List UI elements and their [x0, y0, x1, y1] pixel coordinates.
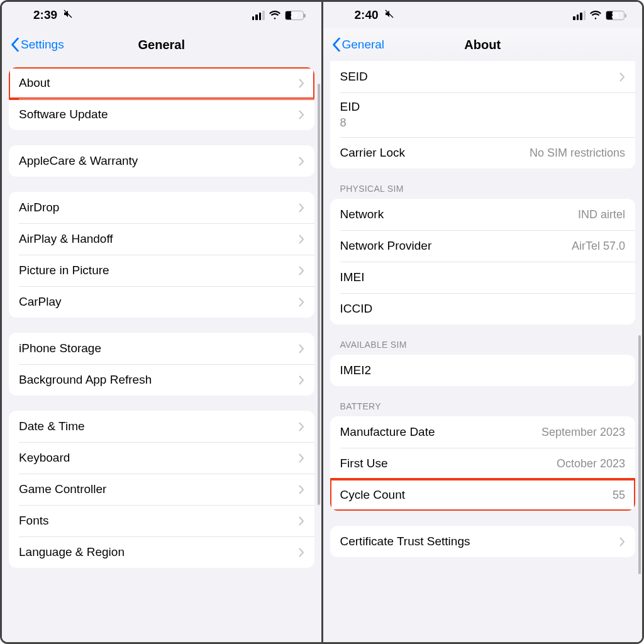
- chevron-right-icon: [299, 548, 304, 557]
- row-label: Date & Time: [19, 419, 85, 433]
- row-imei2[interactable]: IMEI2: [330, 355, 636, 386]
- row-iccid[interactable]: ICCID: [330, 293, 636, 325]
- chevron-right-icon: [299, 235, 304, 244]
- row-label: First Use: [340, 457, 388, 470]
- row-airplay-handoff[interactable]: AirPlay & Handoff: [9, 223, 314, 255]
- row-value: 8: [340, 116, 626, 130]
- row-network-provider[interactable]: Network ProviderAirTel 57.0: [330, 230, 636, 262]
- battery-icon: 28: [606, 11, 625, 20]
- section-header-physical-sim: PHYSICAL SIM: [330, 169, 636, 197]
- row-label: About: [19, 76, 50, 90]
- row-cycle-count[interactable]: Cycle Count55: [330, 479, 636, 511]
- scrollbar[interactable]: [318, 84, 320, 505]
- row-label: Cycle Count: [340, 488, 406, 502]
- row-value: October 2023: [401, 457, 626, 470]
- row-iphone-storage[interactable]: iPhone Storage: [9, 333, 314, 364]
- about-group: Certificate Trust Settings: [330, 526, 636, 557]
- row-certificate-trust-settings[interactable]: Certificate Trust Settings: [330, 526, 636, 557]
- row-label: Certificate Trust Settings: [340, 535, 470, 548]
- mute-icon: [63, 9, 73, 19]
- chevron-right-icon: [299, 453, 304, 463]
- settings-group: Date & TimeKeyboardGame ControllerFontsL…: [9, 411, 314, 568]
- row-fonts[interactable]: Fonts: [9, 505, 314, 536]
- row-eid[interactable]: EID8: [330, 92, 636, 137]
- status-bar: 2:39 28: [2, 2, 321, 28]
- nav-bar: General About: [323, 28, 643, 61]
- row-label: Manufacture Date: [340, 425, 435, 439]
- chevron-right-icon: [299, 375, 304, 385]
- settings-group: AppleCare & Warranty: [9, 145, 314, 177]
- chevron-right-icon: [299, 297, 304, 307]
- about-list[interactable]: SEIDEID8 Carrier LockNo SIM restrictions…: [323, 61, 643, 642]
- row-carrier-lock[interactable]: Carrier LockNo SIM restrictions: [330, 137, 636, 169]
- row-label: Network: [340, 208, 384, 221]
- chevron-right-icon: [619, 72, 625, 82]
- row-label: IMEI: [340, 270, 365, 284]
- row-about[interactable]: About: [9, 67, 314, 99]
- status-time: 2:40: [355, 8, 394, 22]
- row-label: ICCID: [340, 302, 373, 316]
- back-button[interactable]: General: [332, 38, 385, 52]
- row-value: September 2023: [448, 426, 625, 439]
- row-applecare-warranty[interactable]: AppleCare & Warranty: [9, 145, 314, 177]
- row-label: iPhone Storage: [19, 341, 101, 355]
- chevron-right-icon: [299, 344, 304, 353]
- row-label: Carrier Lock: [340, 146, 405, 160]
- chevron-right-icon: [299, 516, 304, 526]
- row-software-update[interactable]: Software Update: [9, 99, 314, 130]
- row-value: 55: [418, 489, 625, 502]
- status-time: 2:39: [33, 8, 73, 22]
- about-group: NetworkIND airtelNetwork ProviderAirTel …: [330, 199, 636, 325]
- battery-icon: 28: [285, 11, 304, 20]
- nav-bar: Settings General: [2, 28, 321, 61]
- chevron-right-icon: [299, 485, 304, 494]
- comparison-container: 2:39 28 Settings General: [0, 0, 644, 644]
- row-imei[interactable]: IMEI: [330, 262, 636, 293]
- about-group: SEIDEID8 Carrier LockNo SIM restrictions: [330, 61, 636, 169]
- section-header-battery: BATTERY: [330, 386, 636, 415]
- row-label: Software Update: [19, 108, 108, 121]
- chevron-right-icon: [299, 203, 304, 213]
- about-group: Manufacture DateSeptember 2023First UseO…: [330, 416, 636, 511]
- row-label: EID: [340, 100, 360, 114]
- row-label: Fonts: [19, 514, 49, 528]
- chevron-right-icon: [299, 266, 304, 275]
- row-label: Language & Region: [19, 545, 125, 559]
- wifi-icon: [589, 11, 602, 19]
- row-label: SEID: [340, 70, 368, 84]
- status-bar: 2:40 28: [323, 2, 643, 28]
- cellular-signal-icon: [573, 11, 586, 20]
- settings-list[interactable]: AboutSoftware UpdateAppleCare & Warranty…: [2, 61, 321, 642]
- row-background-app-refresh[interactable]: Background App Refresh: [9, 364, 314, 396]
- row-label: AppleCare & Warranty: [19, 154, 138, 168]
- status-right: 28: [573, 11, 625, 20]
- section-header-available-sim: AVAILABLE SIM: [330, 325, 636, 353]
- chevron-right-icon: [619, 537, 625, 547]
- row-first-use[interactable]: First UseOctober 2023: [330, 448, 636, 479]
- row-label: AirDrop: [19, 201, 59, 214]
- row-label: IMEI2: [340, 364, 372, 377]
- chevron-right-icon: [299, 79, 304, 88]
- row-value: No SIM restrictions: [418, 147, 625, 160]
- status-right: 28: [252, 11, 304, 20]
- row-label: Picture in Picture: [19, 264, 109, 277]
- back-button[interactable]: Settings: [11, 38, 64, 52]
- row-seid[interactable]: SEID: [330, 61, 636, 92]
- row-airdrop[interactable]: AirDrop: [9, 192, 314, 223]
- cellular-signal-icon: [252, 11, 265, 20]
- row-network[interactable]: NetworkIND airtel: [330, 199, 636, 230]
- row-label: Background App Refresh: [19, 373, 152, 387]
- row-value: AirTel 57.0: [444, 240, 625, 253]
- row-label: Keyboard: [19, 451, 70, 465]
- chevron-right-icon: [299, 157, 304, 166]
- row-language-region[interactable]: Language & Region: [9, 536, 314, 568]
- row-game-controller[interactable]: Game Controller: [9, 474, 314, 505]
- row-carplay[interactable]: CarPlay: [9, 286, 314, 318]
- row-picture-in-picture[interactable]: Picture in Picture: [9, 255, 314, 286]
- chevron-right-icon: [299, 110, 304, 119]
- row-keyboard[interactable]: Keyboard: [9, 442, 314, 474]
- row-date-time[interactable]: Date & Time: [9, 411, 314, 442]
- row-manufacture-date[interactable]: Manufacture DateSeptember 2023: [330, 416, 636, 448]
- row-label: CarPlay: [19, 295, 62, 309]
- scrollbar[interactable]: [638, 335, 641, 574]
